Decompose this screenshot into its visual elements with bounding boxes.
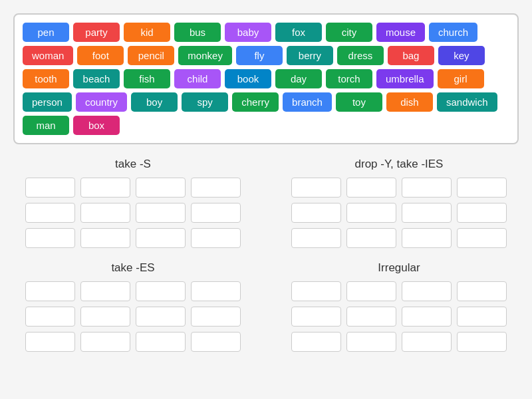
word-tile[interactable]: person	[23, 92, 72, 112]
word-tile[interactable]: bag	[388, 46, 434, 65]
drop-cell[interactable]	[402, 178, 452, 198]
drop-cell[interactable]	[457, 307, 507, 327]
word-tile[interactable]: branch	[283, 92, 332, 112]
word-tile[interactable]: woman	[23, 46, 73, 65]
word-tile[interactable]: city	[326, 23, 372, 42]
word-tile[interactable]: pencil	[128, 46, 174, 65]
section-take-s: take -S	[13, 158, 253, 248]
drop-cell[interactable]	[136, 307, 186, 327]
word-tile[interactable]: spy	[182, 92, 228, 112]
word-tile[interactable]: church	[429, 23, 477, 42]
drop-grid-drop-y	[291, 178, 507, 248]
drop-cell[interactable]	[191, 203, 241, 223]
drop-cell[interactable]	[25, 307, 75, 327]
drop-cell[interactable]	[80, 307, 130, 327]
drop-cell[interactable]	[80, 178, 130, 198]
word-tile[interactable]: bus	[174, 23, 221, 42]
word-tile[interactable]: boy	[131, 92, 178, 112]
word-tile[interactable]: foot	[77, 46, 124, 65]
drop-cell[interactable]	[457, 178, 507, 198]
drop-cell[interactable]	[291, 203, 341, 223]
drop-cell[interactable]	[457, 203, 507, 223]
word-tile[interactable]: toy	[336, 92, 382, 112]
drop-cell[interactable]	[402, 203, 452, 223]
word-tile[interactable]: tooth	[23, 69, 69, 88]
drop-cell[interactable]	[191, 228, 241, 248]
drop-cell[interactable]	[80, 281, 130, 301]
word-bank: penpartykidbusbabyfoxcitymousechurchwoma…	[13, 13, 519, 144]
word-tile[interactable]: kid	[124, 23, 170, 42]
drop-cell[interactable]	[25, 203, 75, 223]
drop-cell[interactable]	[136, 332, 186, 352]
word-tile[interactable]: sandwich	[437, 92, 497, 112]
word-tile[interactable]: fly	[236, 46, 283, 65]
word-tile[interactable]: key	[438, 46, 485, 65]
word-tile[interactable]: cherry	[232, 92, 279, 112]
drop-cell[interactable]	[80, 228, 130, 248]
word-tile[interactable]: box	[73, 116, 120, 135]
drop-cell[interactable]	[25, 228, 75, 248]
drop-cell[interactable]	[291, 307, 341, 327]
drop-cell[interactable]	[457, 228, 507, 248]
word-tile[interactable]: beach	[73, 69, 120, 88]
drop-cell[interactable]	[80, 332, 130, 352]
drop-cell[interactable]	[191, 307, 241, 327]
drop-cell[interactable]	[457, 332, 507, 352]
word-tile[interactable]: child	[174, 69, 221, 88]
drop-cell[interactable]	[291, 332, 341, 352]
drop-cell[interactable]	[25, 281, 75, 301]
word-tile[interactable]: monkey	[178, 46, 232, 65]
word-tile[interactable]: country	[76, 92, 127, 112]
word-tile[interactable]: berry	[287, 46, 333, 65]
drop-cell[interactable]	[346, 228, 396, 248]
drop-cell[interactable]	[346, 281, 396, 301]
section-irregular: Irregular	[279, 261, 519, 352]
word-tile[interactable]: man	[23, 116, 69, 135]
section-title-irregular: Irregular	[378, 261, 420, 275]
drop-cell[interactable]	[191, 178, 241, 198]
drop-cell[interactable]	[191, 332, 241, 352]
drop-cell[interactable]	[80, 203, 130, 223]
drop-cell[interactable]	[402, 332, 452, 352]
section-take-es: take -ES	[13, 261, 253, 352]
drop-cell[interactable]	[136, 281, 186, 301]
word-tile[interactable]: baby	[225, 23, 271, 42]
word-tile[interactable]: dish	[386, 92, 433, 112]
word-tile[interactable]: party	[73, 23, 120, 42]
drop-cell[interactable]	[291, 228, 341, 248]
drop-grid-irregular	[291, 281, 507, 352]
drop-cell[interactable]	[25, 178, 75, 198]
section-title-take-es: take -ES	[111, 261, 154, 275]
word-tile[interactable]: pen	[23, 23, 69, 42]
word-bank-container: penpartykidbusbabyfoxcitymousechurchwoma…	[13, 13, 519, 144]
word-tile[interactable]: fish	[124, 69, 170, 88]
drop-cell[interactable]	[402, 307, 452, 327]
word-tile[interactable]: fox	[275, 23, 322, 42]
drop-grid-take-es	[25, 281, 241, 352]
drop-cell[interactable]	[346, 178, 396, 198]
drop-cell[interactable]	[402, 228, 452, 248]
drop-cell[interactable]	[291, 178, 341, 198]
word-tile[interactable]: girl	[438, 69, 484, 88]
drop-cell[interactable]	[191, 281, 241, 301]
drop-cell[interactable]	[291, 281, 341, 301]
drop-cell[interactable]	[457, 281, 507, 301]
word-tile[interactable]: day	[275, 69, 322, 88]
word-tile[interactable]: dress	[337, 46, 384, 65]
section-title-take-s: take -S	[115, 158, 151, 171]
word-tile[interactable]: umbrella	[376, 69, 434, 88]
word-tile[interactable]: torch	[326, 69, 372, 88]
drop-cell[interactable]	[402, 281, 452, 301]
drop-grid-take-s	[25, 178, 241, 248]
section-drop-y: drop -Y, take -IES	[279, 158, 519, 248]
word-tile[interactable]: book	[225, 69, 271, 88]
drop-cell[interactable]	[136, 178, 186, 198]
drop-cell[interactable]	[136, 203, 186, 223]
drop-cell[interactable]	[346, 307, 396, 327]
word-tile[interactable]: mouse	[376, 23, 425, 42]
sections-container: take -Sdrop -Y, take -IEStake -ESIrregul…	[13, 158, 519, 352]
drop-cell[interactable]	[136, 228, 186, 248]
drop-cell[interactable]	[25, 332, 75, 352]
drop-cell[interactable]	[346, 332, 396, 352]
drop-cell[interactable]	[346, 203, 396, 223]
